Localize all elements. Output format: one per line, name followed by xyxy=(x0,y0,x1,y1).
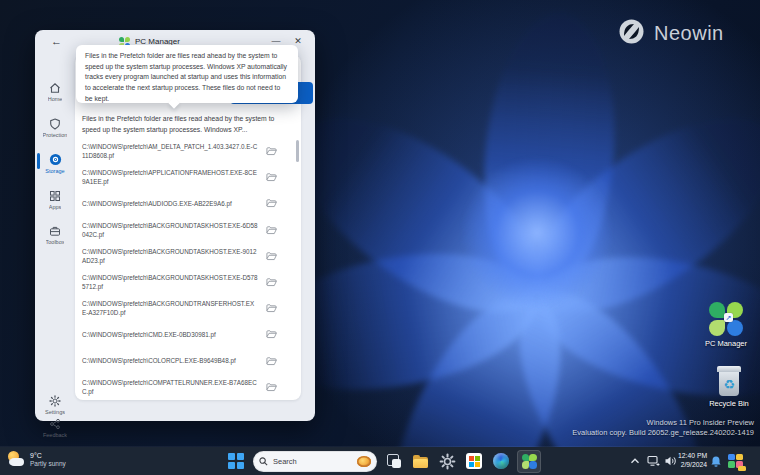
shield-icon xyxy=(49,118,61,130)
file-list-row[interactable]: C:\WINDOWS\prefetch\BACKGROUNDTASKHOST.E… xyxy=(75,217,301,243)
back-button[interactable]: ← xyxy=(51,35,62,47)
feedback-icon xyxy=(49,418,61,430)
sidebar-item-apps[interactable]: Apps xyxy=(35,190,75,210)
sidebar-item-feedback[interactable]: Feedback xyxy=(35,418,75,438)
pc-manager-taskbar-button[interactable] xyxy=(517,450,541,473)
search-label: Search xyxy=(273,457,297,466)
sidebar-item-settings[interactable]: Settings xyxy=(35,395,75,415)
widgets-badge xyxy=(738,466,746,471)
file-explorer-button[interactable] xyxy=(410,451,430,471)
file-list-row[interactable]: C:\WINDOWS\prefetch\CMD.EXE-0BD30981.pf xyxy=(75,321,301,347)
sidebar-item-label: Apps xyxy=(49,204,62,210)
open-folder-icon[interactable] xyxy=(266,146,277,156)
file-path: C:\WINDOWS\prefetch\COLORCPL.EXE-B9649B4… xyxy=(82,356,258,365)
watermark-line1: Windows 11 Pro Insider Preview xyxy=(572,418,754,428)
sidebar-item-toolbox[interactable]: Toolbox xyxy=(35,225,75,245)
file-path: C:\WINDOWS\prefetch\AM_DELTA_PATCH_1.403… xyxy=(82,142,258,160)
edge-icon xyxy=(493,453,509,469)
pc-manager-window: ← PC Manager — ✕ Home Protection xyxy=(35,30,315,421)
neowin-label: Neowin xyxy=(654,22,724,45)
apps-grid-icon xyxy=(49,190,61,202)
microsoft-store-button[interactable] xyxy=(464,451,484,471)
widgets-icon xyxy=(728,454,744,469)
speaker-icon xyxy=(664,455,677,467)
sidebar-item-home[interactable]: Home xyxy=(35,82,75,102)
gear-icon xyxy=(49,395,61,407)
file-path: C:\WINDOWS\prefetch\BACKGROUNDTASKHOST.E… xyxy=(82,221,258,239)
partly-sunny-icon xyxy=(7,450,25,468)
settings-button[interactable] xyxy=(437,451,457,471)
open-folder-icon[interactable] xyxy=(266,277,277,287)
sidebar-item-storage[interactable]: Storage xyxy=(35,153,75,174)
open-folder-icon[interactable] xyxy=(266,303,277,313)
storage-icon xyxy=(49,153,62,166)
neowin-brand: Neowin xyxy=(618,18,724,49)
task-view-icon xyxy=(384,451,404,471)
taskbar-search[interactable]: Search xyxy=(253,451,377,472)
sidebar-item-label: Settings xyxy=(45,409,65,415)
file-list-row[interactable]: C:\WINDOWS\prefetch\COLORCPL.EXE-B9649B4… xyxy=(75,348,301,374)
file-list-row[interactable]: C:\WINDOWS\prefetch\BACKGROUNDTRANSFERHO… xyxy=(75,295,301,321)
gear-icon xyxy=(439,453,456,470)
open-folder-icon[interactable] xyxy=(266,225,277,235)
desktop-icon-label: Recycle Bin xyxy=(709,399,749,408)
open-folder-icon[interactable] xyxy=(266,356,277,366)
file-list-row[interactable]: C:\WINDOWS\prefetch\BACKGROUNDTASKHOST.E… xyxy=(75,243,301,269)
desktop-icon-recycle-bin[interactable]: ♻ Recycle Bin xyxy=(697,366,760,408)
file-path: C:\WINDOWS\prefetch\AUDIODG.EXE-AB22E9A6… xyxy=(82,199,258,208)
search-icon xyxy=(259,457,268,466)
open-folder-icon[interactable] xyxy=(266,329,277,339)
file-path: C:\WINDOWS\prefetch\BACKGROUNDTASKHOST.E… xyxy=(82,273,258,291)
sidebar-item-label: Protection xyxy=(43,132,68,138)
desktop: Neowin ↗ PC Manager ♻ Recycle Bin Window… xyxy=(0,0,760,475)
chevron-up-icon xyxy=(630,457,640,465)
open-folder-icon[interactable] xyxy=(266,172,277,182)
wallpaper-bloom xyxy=(322,18,752,448)
start-button[interactable] xyxy=(226,451,246,471)
file-path: C:\WINDOWS\prefetch\BACKGROUNDTASKHOST.E… xyxy=(82,247,258,265)
recycle-bin-icon: ♻ xyxy=(716,366,742,396)
weather-condition: Partly sunny xyxy=(30,460,66,468)
file-list-row[interactable]: C:\WINDOWS\prefetch\AM_DELTA_PATCH_1.403… xyxy=(75,138,301,164)
tray-chevron-button[interactable] xyxy=(625,451,645,471)
insider-watermark: Windows 11 Pro Insider Preview Evaluatio… xyxy=(572,418,754,438)
watermark-line2: Evaluation copy. Build 26052.ge_release.… xyxy=(572,428,754,438)
notification-button[interactable] xyxy=(706,451,726,471)
sidebar-item-label: Feedback xyxy=(43,432,67,438)
desktop-icon-pc-manager[interactable]: ↗ PC Manager xyxy=(694,302,758,348)
sidebar-item-protection[interactable]: Protection xyxy=(35,118,75,138)
file-path: C:\WINDOWS\prefetch\APPLICATIONFRAMEHOST… xyxy=(82,168,258,186)
prefetch-tooltip: Files in the Prefetch folder are files r… xyxy=(76,45,298,103)
sidebar: Home Protection Storage xyxy=(35,54,75,421)
file-path: C:\WINDOWS\prefetch\BACKGROUNDTRANSFERHO… xyxy=(82,299,258,317)
tooltip-text: Files in the Prefetch folder are files r… xyxy=(85,51,289,105)
file-list-row[interactable]: C:\WINDOWS\prefetch\BACKGROUNDTASKHOST.E… xyxy=(75,269,301,295)
desktop-icon-label: PC Manager xyxy=(705,339,747,348)
weather-temp: 9°C xyxy=(30,451,66,460)
tray-time: 12:40 PM xyxy=(678,452,707,461)
edge-button[interactable] xyxy=(491,451,511,471)
file-list-row[interactable]: C:\WINDOWS\prefetch\COMPATTELRUNNER.EXE-… xyxy=(75,374,301,400)
open-folder-icon[interactable] xyxy=(266,251,277,261)
sidebar-item-label: Storage xyxy=(45,168,64,174)
volume-button[interactable] xyxy=(660,451,680,471)
task-view-button[interactable] xyxy=(384,451,404,471)
file-list-row[interactable]: C:\WINDOWS\prefetch\APPLICATIONFRAMEHOST… xyxy=(75,164,301,190)
open-folder-icon[interactable] xyxy=(266,382,277,392)
file-path: C:\WINDOWS\prefetch\CMD.EXE-0BD30981.pf xyxy=(82,330,258,339)
open-folder-icon[interactable] xyxy=(266,198,277,208)
file-list-row[interactable]: C:\WINDOWS\prefetch\AUDIODG.EXE-AB22E9A6… xyxy=(75,190,301,216)
windows-logo-icon xyxy=(228,453,244,469)
neowin-logo-icon xyxy=(618,18,645,49)
file-path: C:\WINDOWS\prefetch\COMPATTELRUNNER.EXE-… xyxy=(82,378,258,396)
scrollbar-thumb[interactable] xyxy=(296,140,299,162)
bell-icon xyxy=(710,455,722,468)
tray-clock[interactable]: 12:40 PM 2/9/2024 xyxy=(678,452,707,469)
widgets-button[interactable] xyxy=(726,451,746,471)
network-icon xyxy=(647,455,660,467)
sidebar-item-label: Home xyxy=(48,96,63,102)
tray-date: 2/9/2024 xyxy=(678,461,707,470)
weather-widget[interactable]: 9°C Partly sunny xyxy=(7,450,66,468)
store-icon xyxy=(466,453,482,469)
shortcut-arrow-icon: ↗ xyxy=(724,313,733,322)
